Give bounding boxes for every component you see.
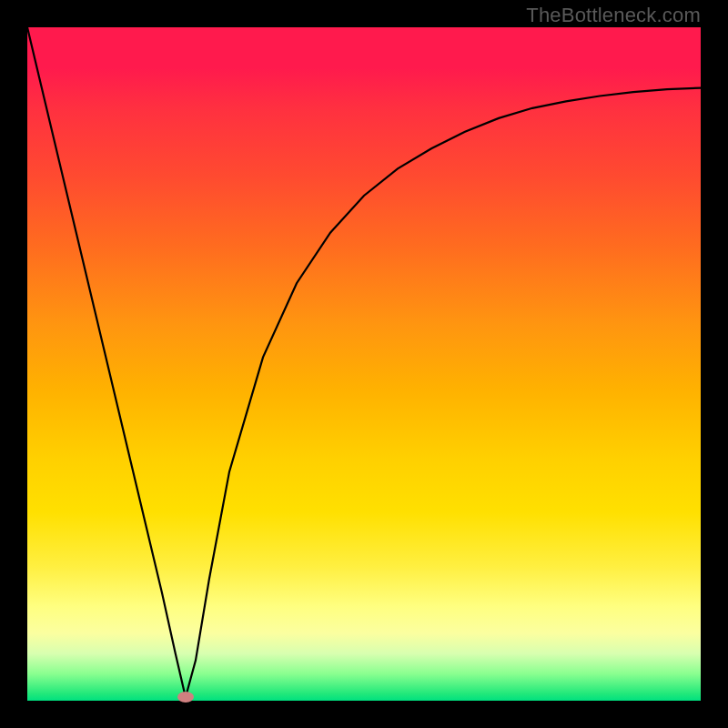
curve-path (27, 27, 701, 697)
bottleneck-curve (27, 27, 701, 701)
watermark-text: TheBottleneck.com (526, 4, 701, 27)
optimal-point-marker (177, 692, 194, 703)
chart-frame: TheBottleneck.com (0, 0, 728, 728)
plot-area (27, 27, 701, 701)
